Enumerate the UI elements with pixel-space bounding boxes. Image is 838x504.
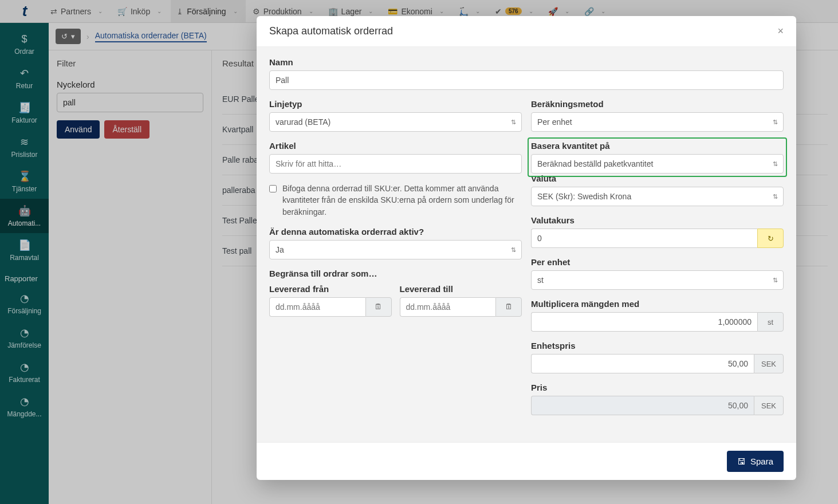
article-label: Artikel xyxy=(269,141,522,151)
modal-create-orderline: Skapa automatisk orderrad × Namn Linjety… xyxy=(257,16,796,480)
currency-label: Valuta xyxy=(531,174,784,183)
restrict-heading: Begränsa till ordrar som… xyxy=(269,269,522,278)
multiply-label: Multiplicera mängden med xyxy=(531,299,784,309)
linetype-label: Linjetyp xyxy=(269,99,522,109)
save-button-label: Spara xyxy=(750,456,773,466)
modal-body: Namn Linjetyp varurad (BETA) Artikel xyxy=(257,47,796,442)
currency-select[interactable]: SEK (Skr): Swedish Krona xyxy=(531,187,784,206)
per-unit-label: Per enhet xyxy=(531,257,784,267)
delivered-from-input[interactable] xyxy=(269,297,365,317)
calendar-icon[interactable]: 🗓 xyxy=(365,297,392,317)
multiply-input[interactable] xyxy=(531,312,757,332)
base-quantity-group-highlight: Basera kvantitet på Beräknad beställd pa… xyxy=(528,137,787,177)
base-quantity-select[interactable]: Beräknad beställd paketkvantitet xyxy=(531,154,784,174)
unit-price-label: Enhetspris xyxy=(531,341,784,351)
modal-footer: 🖫 Spara xyxy=(257,442,796,480)
attach-sku-checkbox[interactable] xyxy=(269,185,277,192)
modal-close-button[interactable]: × xyxy=(777,25,784,37)
article-input[interactable] xyxy=(269,154,522,174)
delivered-to-input[interactable] xyxy=(400,297,496,317)
multiply-unit-addon: st xyxy=(757,312,784,332)
active-label: Är denna automatiska orderrad aktiv? xyxy=(269,227,522,237)
modal-header: Skapa automatisk orderrad × xyxy=(257,16,796,47)
base-quantity-label: Basera kvantitet på xyxy=(531,141,784,151)
save-icon: 🖫 xyxy=(737,456,746,466)
unit-price-input[interactable] xyxy=(531,354,754,373)
refresh-rate-button[interactable]: ↻ xyxy=(757,229,784,248)
modal-title: Skapa automatisk orderrad xyxy=(269,25,393,37)
attach-sku-text: Bifoga denna orderrad till SKU:er. Detta… xyxy=(282,183,522,218)
delivered-from-label: Levererad från xyxy=(269,284,392,294)
per-unit-select[interactable]: st xyxy=(531,270,784,290)
save-button[interactable]: 🖫 Spara xyxy=(727,451,784,472)
price-input xyxy=(531,396,754,415)
exchange-rate-label: Valutakurs xyxy=(531,215,784,225)
calc-method-select[interactable]: Per enhet xyxy=(531,112,784,132)
name-label: Namn xyxy=(269,57,784,67)
active-select[interactable]: Ja xyxy=(269,240,522,259)
delivered-to-label: Levererad till xyxy=(400,284,522,294)
linetype-select[interactable]: varurad (BETA) xyxy=(269,112,522,132)
unit-price-currency-addon: SEK xyxy=(754,354,784,373)
name-input[interactable] xyxy=(269,70,784,90)
calendar-icon[interactable]: 🗓 xyxy=(495,297,522,317)
price-currency-addon: SEK xyxy=(754,396,784,415)
exchange-rate-input[interactable] xyxy=(531,229,757,248)
price-label: Pris xyxy=(531,383,784,392)
calc-method-label: Beräkningsmetod xyxy=(531,99,784,109)
